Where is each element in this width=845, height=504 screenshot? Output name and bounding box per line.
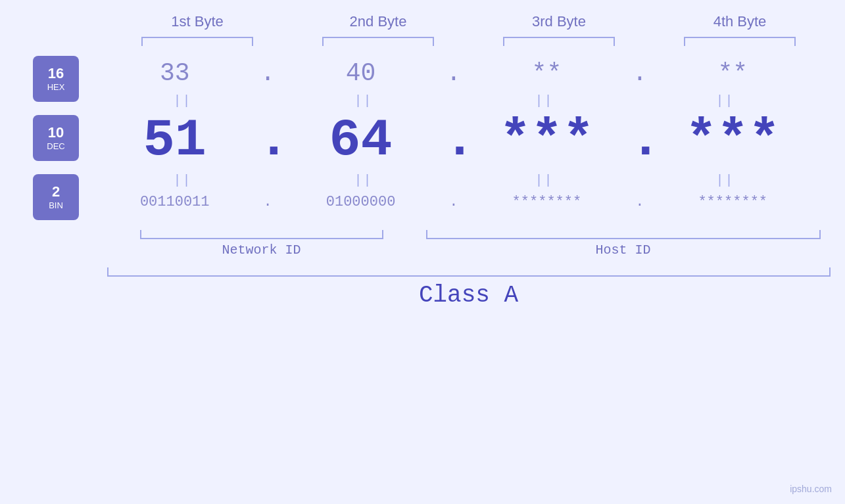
- eq3: ||: [472, 93, 617, 108]
- dec-b3: ***: [499, 114, 594, 167]
- dec-sep3: .: [630, 114, 650, 167]
- footer: ipshu.com: [790, 484, 832, 494]
- eq7: ||: [472, 173, 617, 188]
- byte1-header: 1st Byte: [125, 13, 270, 30]
- dec-sep1: .: [258, 114, 278, 167]
- eq1: ||: [110, 93, 255, 108]
- dec-b1: 51: [143, 114, 206, 167]
- bin-b2: 01000000: [326, 194, 396, 210]
- bin-b2-group: 01000000: [279, 194, 443, 210]
- hex-sep1: .: [258, 59, 278, 87]
- bracket-top-3: [487, 37, 631, 46]
- eq8: ||: [653, 173, 798, 188]
- bin-badge-label: BIN: [49, 200, 63, 210]
- main-container: 1st Byte 2nd Byte 3rd Byte 4th Byte 16 H…: [0, 0, 845, 504]
- host-id-label: Host ID: [416, 242, 831, 258]
- eq4: ||: [653, 93, 798, 108]
- bin-badge: 2 BIN: [33, 174, 79, 220]
- bin-b4-group: ********: [650, 194, 815, 210]
- dec-badge-number: 10: [48, 125, 64, 141]
- host-id-bracket-cell: [416, 230, 831, 239]
- bin-b4: ********: [698, 194, 767, 210]
- hex-b2: 40: [346, 59, 376, 87]
- rows-area: 33 . 40 . ** . ** || || || ||: [92, 49, 845, 227]
- eq2: ||: [291, 93, 436, 108]
- network-id-label: Network ID: [107, 242, 416, 258]
- hex-sep3: .: [630, 59, 650, 87]
- content-area: 16 HEX 10 DEC 2 BIN 33 . 40: [0, 49, 845, 227]
- host-id-bracket: [426, 230, 821, 239]
- hex-b1-group: 33: [93, 59, 257, 87]
- bin-badge-number: 2: [52, 184, 60, 200]
- byte2-header: 2nd Byte: [306, 13, 450, 30]
- dec-b4: ***: [685, 114, 780, 167]
- eq6: ||: [291, 173, 436, 188]
- bracket-top-1: [125, 37, 270, 46]
- bracket-top-4: [667, 37, 812, 46]
- hex-b1: 33: [160, 59, 190, 87]
- dec-b4-group: ***: [650, 114, 815, 167]
- dec-b2-group: 64: [279, 114, 443, 167]
- bottom-brackets-row: [107, 230, 831, 239]
- network-id-bracket-cell: [107, 230, 416, 239]
- byte-headers: 1st Byte 2nd Byte 3rd Byte 4th Byte: [107, 13, 831, 30]
- bin-sep3: .: [630, 194, 650, 210]
- dec-row: 51 . 64 . *** . ***: [92, 111, 815, 170]
- eq5: ||: [110, 173, 255, 188]
- dec-b1-group: 51: [93, 114, 257, 167]
- dec-badge: 10 DEC: [33, 115, 79, 161]
- equals-row-1: || || || ||: [92, 91, 815, 111]
- id-labels-row: Network ID Host ID: [107, 242, 831, 258]
- byte3-header: 3rd Byte: [487, 13, 631, 30]
- bin-b1: 00110011: [140, 194, 210, 210]
- hex-b3-group: **: [464, 59, 629, 87]
- badges-column: 16 HEX 10 DEC 2 BIN: [0, 49, 92, 227]
- dec-badge-label: DEC: [47, 141, 64, 151]
- dec-b3-group: ***: [464, 114, 629, 167]
- bin-row: 00110011 . 01000000 . ******** . *******…: [92, 191, 815, 217]
- hex-b2-group: 40: [279, 59, 443, 87]
- bin-sep2: .: [444, 194, 464, 210]
- hex-row: 33 . 40 . ** . **: [92, 49, 815, 91]
- bottom-section: Network ID Host ID Class A: [107, 230, 831, 309]
- top-brackets: [107, 37, 831, 46]
- equals-row-2: || || || ||: [92, 170, 815, 191]
- bin-sep1: .: [258, 194, 278, 210]
- bin-b3-group: ********: [464, 194, 629, 210]
- byte4-header: 4th Byte: [667, 13, 812, 30]
- hex-badge-label: HEX: [47, 82, 65, 92]
- dec-sep2: .: [444, 114, 464, 167]
- hex-b3: **: [532, 59, 562, 87]
- bin-b3: ********: [512, 194, 582, 210]
- class-bracket-row: [107, 267, 831, 277]
- hex-b4-group: **: [650, 59, 815, 87]
- class-label: Class A: [107, 282, 831, 309]
- hex-b4: **: [717, 59, 748, 87]
- hex-badge: 16 HEX: [33, 56, 79, 102]
- class-bracket: [107, 267, 831, 277]
- bracket-top-2: [306, 37, 450, 46]
- footer-text: ipshu.com: [790, 484, 832, 494]
- hex-sep2: .: [444, 59, 464, 87]
- dec-b2: 64: [329, 114, 393, 167]
- bin-b1-group: 00110011: [93, 194, 257, 210]
- network-id-bracket: [140, 230, 383, 239]
- hex-badge-number: 16: [48, 66, 64, 81]
